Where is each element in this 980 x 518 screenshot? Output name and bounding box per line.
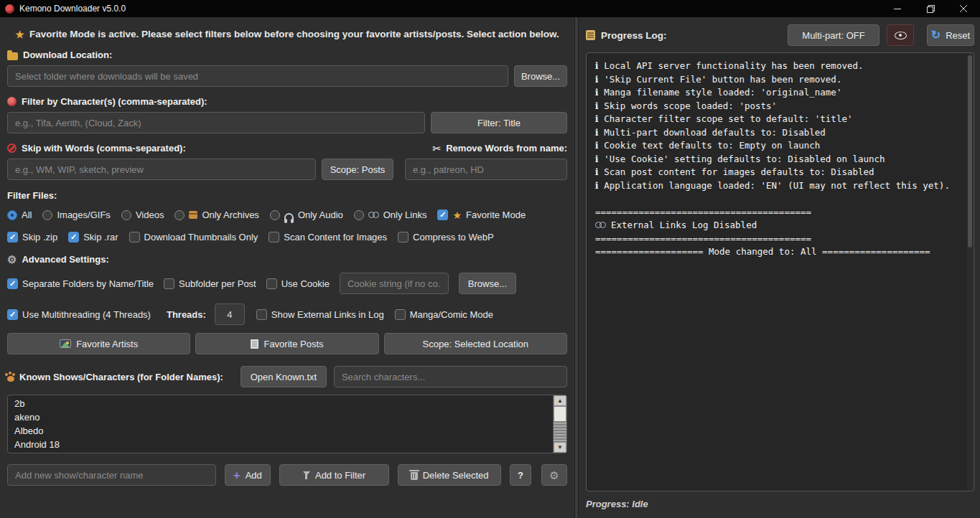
log-scrollbar[interactable]	[967, 54, 973, 490]
close-button[interactable]	[947, 0, 980, 17]
character-list-item[interactable]: Android 18	[8, 438, 566, 451]
window-title: Kemono Downloader v5.0.0	[19, 4, 126, 14]
favorite-artists-button[interactable]: Favorite Artists	[7, 333, 190, 354]
filter-funnel-icon	[303, 471, 310, 476]
option-label: Manga/Comic Mode	[410, 309, 493, 320]
checkbox-mark[interactable]	[7, 232, 18, 242]
radio-only-archives[interactable]: Only Archives	[174, 209, 258, 220]
checkbox-mark[interactable]	[398, 232, 409, 242]
help-button[interactable]: ?	[510, 464, 531, 486]
skip-words-input[interactable]	[7, 159, 316, 180]
multithreading-checkbox-group: Use Multithreading (4 Threads)	[7, 309, 151, 320]
cookie-string-input[interactable]	[340, 273, 449, 294]
radio-mark[interactable]	[270, 210, 280, 220]
remove-words-input[interactable]	[405, 159, 567, 180]
radio-mark[interactable]	[42, 210, 52, 220]
character-list-item[interactable]: Albedo	[8, 424, 566, 438]
delete-selected-button[interactable]: Delete Selected	[398, 464, 501, 486]
browse-cookie-button[interactable]: Browse...	[459, 273, 516, 294]
option-label: Use Multithreading (4 Threads)	[22, 309, 151, 320]
checkbox-mark[interactable]	[129, 232, 140, 242]
threads-input[interactable]	[215, 303, 245, 325]
maximize-icon	[927, 5, 935, 13]
folder-option-checkboxes: Separate Folders by Name/TitleSubfolder …	[7, 278, 330, 289]
character-search-input[interactable]	[334, 366, 567, 387]
eye-icon	[895, 32, 907, 39]
browse-download-button[interactable]: Browse...	[514, 65, 567, 87]
checkbox-favorite-mode[interactable]: Favorite Mode	[437, 209, 526, 220]
filter-scope-button[interactable]: Filter: Title	[431, 112, 567, 133]
option-label: All	[22, 209, 32, 220]
open-known-txt-button[interactable]: Open Known.txt	[241, 366, 327, 387]
log-line: ℹ 'Skip Current File' button has been re…	[595, 73, 965, 87]
filter-files-label-text: Filter Files:	[7, 190, 57, 201]
checkbox-mark[interactable]	[395, 309, 406, 320]
download-location-input[interactable]	[7, 65, 508, 87]
character-filter-input[interactable]	[7, 112, 425, 133]
minimize-button[interactable]	[881, 0, 914, 17]
settings-button[interactable]	[541, 464, 567, 486]
checkbox-mark[interactable]	[269, 232, 279, 242]
titlebar: Kemono Downloader v5.0.0	[0, 0, 980, 17]
checkbox-scan-content-for-images[interactable]: Scan Content for Images	[269, 232, 387, 242]
option-label: Favorite Mode	[466, 209, 526, 220]
document-icon	[251, 339, 258, 349]
character-list-item[interactable]: akeno	[8, 410, 566, 424]
checkbox-mark[interactable]	[7, 278, 18, 289]
eye-toggle-button[interactable]	[887, 24, 914, 46]
character-list-item[interactable]: 2b	[8, 397, 566, 410]
radio-mark[interactable]	[174, 210, 185, 220]
reset-button[interactable]: Reset	[927, 24, 974, 46]
radio-mark[interactable]	[121, 210, 131, 220]
checkbox-mark[interactable]	[68, 232, 79, 242]
scroll-down-button[interactable]	[554, 442, 566, 453]
log-icon	[586, 30, 595, 40]
scroll-up-button[interactable]	[554, 395, 566, 406]
skip-scope-button[interactable]: Scope: Posts	[322, 159, 393, 180]
add-to-filter-label: Add to Filter	[315, 470, 365, 481]
gear-icon	[7, 254, 17, 265]
radio-mark[interactable]	[354, 210, 364, 220]
checkbox-download-thumbnails-only[interactable]: Download Thumbnails Only	[129, 232, 258, 242]
log-panel: Progress Log: Multi-part: OFF Reset ℹ Lo…	[579, 17, 980, 518]
radio-mark[interactable]	[7, 210, 17, 220]
radio-videos[interactable]: Videos	[121, 209, 164, 220]
checkbox-mark[interactable]	[256, 309, 267, 320]
scrollbar-thumb[interactable]	[554, 406, 566, 422]
image-icon	[60, 339, 71, 348]
add-character-input[interactable]	[7, 464, 216, 486]
add-to-filter-button[interactable]: Add to Filter	[279, 464, 390, 486]
checkbox-mark[interactable]	[437, 209, 448, 220]
progress-log-output[interactable]: ℹ Local API server functionality has bee…	[586, 52, 974, 491]
star-icon	[452, 210, 462, 220]
character-list-item[interactable]: Android 21	[8, 451, 566, 453]
checkbox-mark[interactable]	[266, 278, 277, 289]
option-label: Download Thumbnails Only	[144, 232, 258, 242]
character-filter-icon	[7, 97, 17, 106]
checkbox-show-external-links-in-log[interactable]: Show External Links in Log	[256, 309, 384, 320]
character-list-scrollbar[interactable]	[553, 395, 566, 453]
checkbox-skip-zip[interactable]: Skip .zip	[7, 232, 57, 242]
log-lines: ℹ Local API server functionality has bee…	[595, 60, 965, 259]
add-character-button[interactable]: Add	[225, 464, 271, 486]
scope-selected-location-button[interactable]: Scope: Selected Location	[384, 333, 567, 354]
radio-all[interactable]: All	[7, 209, 32, 220]
checkbox-manga-comic-mode[interactable]: Manga/Comic Mode	[395, 309, 493, 320]
maximize-button[interactable]	[914, 0, 947, 17]
checkbox-mark[interactable]	[164, 278, 174, 289]
checkbox-use-cookie[interactable]: Use Cookie	[266, 278, 330, 289]
favorite-posts-button[interactable]: Favorite Posts	[195, 333, 378, 354]
checkbox-separate-folders-by-name-title[interactable]: Separate Folders by Name/Title	[7, 278, 154, 289]
multipart-toggle-button[interactable]: Multi-part: OFF	[788, 24, 879, 46]
checkbox-use-multithreading-4-threads[interactable]: Use Multithreading (4 Threads)	[7, 309, 151, 320]
checkbox-subfolder-per-post[interactable]: Subfolder per Post	[164, 278, 256, 289]
radio-only-audio[interactable]: Only Audio	[270, 209, 343, 220]
log-line: ℹ Character filter scope set to default:…	[595, 113, 965, 126]
character-list[interactable]: 2bakenoAlbedoAndroid 18Android 21	[7, 395, 567, 453]
checkbox-compress-to-webp[interactable]: Compress to WebP	[398, 232, 493, 242]
radio-images-gifs[interactable]: Images/GIFs	[42, 209, 110, 220]
checkbox-mark[interactable]	[7, 309, 18, 320]
radio-only-links[interactable]: Only Links	[354, 209, 427, 220]
checkbox-skip-rar[interactable]: Skip .rar	[68, 232, 118, 242]
skip-words-label: Skip with Words (comma-separated):	[7, 143, 186, 154]
